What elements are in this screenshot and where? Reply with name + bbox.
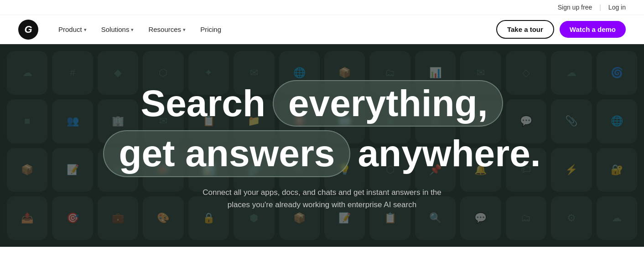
app-icon: ☁ [7,51,47,95]
hero-subtitle: Connect all your apps, docs, and chats a… [194,186,450,211]
chevron-down-icon: ▾ [183,27,186,33]
app-icon: 📤 [7,196,47,240]
login-link[interactable]: Log in [608,4,626,11]
hero-title-line1: Search everything, [103,80,540,127]
app-icon: 📦 [7,148,47,192]
nav-solutions-label: Solutions [101,26,130,33]
hero-title: Search everything, get answers anywhere. [103,80,540,177]
nav-resources-label: Resources [148,26,181,33]
nav-item-resources[interactable]: Resources ▾ [143,22,191,37]
logo[interactable]: G [18,20,38,40]
app-icon: 🌐 [597,99,637,143]
nav-item-pricing[interactable]: Pricing [195,22,227,37]
nav-pricing-label: Pricing [200,26,221,33]
app-icon: ■ [7,99,47,143]
watch-demo-button[interactable]: Watch a demo [560,21,626,38]
navbar: G Product ▾ Solutions ▾ Resources ▾ Pric… [0,15,644,44]
logo-letter: G [24,24,32,36]
nav-item-product[interactable]: Product ▾ [53,22,92,37]
hero-everything-text: everything, [288,83,488,124]
nav-links: Product ▾ Solutions ▾ Resources ▾ Pricin… [53,22,496,37]
nav-actions: Take a tour Watch a demo [496,20,626,39]
nav-product-label: Product [58,26,82,33]
hero-answers-pill: get answers [103,130,350,177]
app-icon: 🔐 [597,148,637,192]
app-icon: ☁ [597,196,637,240]
hero-section: ☁ # ◆ ⬡ ✦ ✉ 🌐 📦 🗂 📊 ✉ ◇ ☁ 🌀 ■ 👥 🏢 ✉ 📋 📁 … [0,44,644,247]
take-tour-button[interactable]: Take a tour [496,20,554,39]
divider: | [599,4,601,11]
app-icon: 🌀 [597,51,637,95]
signup-link[interactable]: Sign up free [558,4,592,11]
chevron-down-icon: ▾ [84,27,87,33]
hero-title-line2: get answers anywhere. [103,130,540,177]
hero-answers-text: get answers [119,133,335,174]
nav-item-solutions[interactable]: Solutions ▾ [96,22,140,37]
top-bar: Sign up free | Log in [0,0,644,15]
hero-anywhere-text: anywhere. [358,133,540,174]
chevron-down-icon: ▾ [131,27,134,33]
hero-search-text: Search [141,83,266,124]
hero-everything-pill: everything, [273,80,503,127]
hero-content: Search everything, get answers anywhere.… [85,80,559,211]
